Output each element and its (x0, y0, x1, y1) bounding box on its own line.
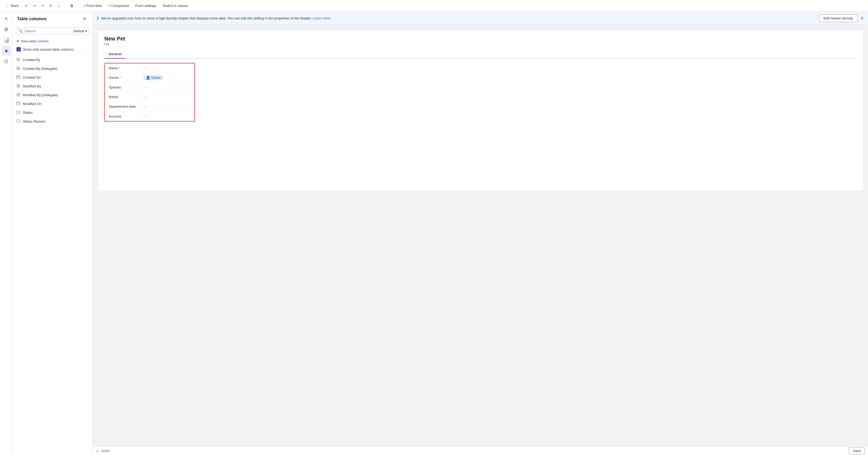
field-row-owner: Owner * 👤 Owner (105, 73, 194, 83)
info-text: We've upgraded your form to show a high … (101, 16, 816, 20)
undo-button[interactable]: ↩ (22, 2, 31, 10)
form-field-button[interactable]: + Form field (81, 2, 104, 10)
column-item-1[interactable]: Created By (Delegate) (13, 64, 92, 73)
form-settings-button[interactable]: Form settings (133, 2, 159, 10)
column-item-label-2: Created On (23, 76, 41, 80)
field-row-breed: Breed --- (105, 92, 194, 102)
default-dropdown[interactable]: Default ▾ (71, 29, 87, 33)
content-area: ℹ We've upgraded your form to show a hig… (93, 12, 868, 455)
field-row-species: Species --- (105, 83, 194, 92)
required-star-name: * (119, 66, 120, 70)
columns-list: Created ByCreated By (Delegate)Created O… (13, 54, 92, 455)
form-section-box: Name * --- Owner * (104, 63, 195, 121)
delete-icon: 🗑 (70, 4, 73, 8)
back-label: Back (11, 4, 19, 8)
owner-name: Owner (151, 76, 160, 80)
svg-rect-17 (17, 120, 20, 122)
sidebar-charts-btn[interactable]: 📊 (2, 35, 11, 45)
info-bar-close-button[interactable]: ✕ (860, 16, 864, 21)
svg-point-3 (18, 68, 19, 69)
search-container: 🔍 Default ▾ (16, 27, 89, 34)
column-item-2[interactable]: Created On (13, 73, 92, 82)
field-row-name: Name * --- (105, 63, 194, 73)
icon-sidebar: ≡ ⊞ 📊 ◈ ⊡ (0, 12, 13, 455)
status-label: Active (101, 449, 110, 453)
form-subtitle: Pet (104, 42, 856, 46)
close-icon: ✕ (83, 16, 87, 22)
column-item-icon-1 (17, 66, 20, 71)
required-star-owner: * (120, 76, 121, 80)
column-item-icon-4 (17, 93, 20, 97)
check-icon: ✓ (18, 48, 20, 51)
field-value-breed: --- (143, 95, 149, 99)
field-row-account: Account --- (105, 111, 194, 121)
redo-icon: ↪ (33, 4, 36, 8)
edit-density-button[interactable]: Edit header density (819, 15, 858, 22)
tab-general[interactable]: General (104, 50, 126, 59)
status-bar: ⤢ Active Save (93, 447, 868, 455)
field-row-appointment: Appointment date --- (105, 102, 194, 111)
redo-button[interactable]: ↪ (31, 2, 39, 10)
copy-icon: ⎘ (50, 4, 52, 8)
expand-button[interactable]: ⤢ (96, 449, 99, 453)
layers-icon: ◈ (4, 48, 8, 54)
save-label: Save (853, 449, 861, 453)
undo-icon: ↩ (25, 4, 28, 8)
more-icon: ⌄ (57, 4, 60, 8)
column-item-icon-7 (17, 119, 20, 124)
chevron-down-icon: ▾ (85, 29, 87, 33)
sidebar-hamburger-btn[interactable]: ≡ (2, 14, 11, 24)
field-value-owner: 👤 Owner (143, 75, 163, 80)
sidebar-relations-btn[interactable]: ⊡ (2, 57, 11, 66)
form-card: New Pet Pet General Name * --- (98, 30, 863, 190)
unused-checkbox[interactable]: ✓ (17, 47, 21, 52)
cut-icon: ✂ (41, 4, 44, 8)
column-item-label-4: Modified By (Delegate) (23, 93, 58, 97)
status-right: Save (849, 448, 865, 454)
switch-classic-button[interactable]: Switch to classic (160, 2, 191, 10)
svg-point-11 (18, 94, 19, 95)
save-button[interactable]: Save (849, 448, 865, 454)
field-label-name: Name * (108, 66, 143, 70)
column-item-5[interactable]: Modified On (13, 99, 92, 108)
columns-panel-close-button[interactable]: ✕ (81, 16, 88, 22)
status-left: ⤢ Active (96, 449, 110, 453)
column-item-3[interactable]: Modified By (13, 82, 92, 91)
more-button[interactable]: ⌄ (55, 2, 63, 10)
form-tab-bar: General (104, 50, 856, 59)
column-item-7[interactable]: Status Reason (13, 117, 92, 126)
new-table-column-button[interactable]: + New table column (13, 36, 92, 46)
form-canvas: New Pet Pet General Name * --- (93, 25, 868, 447)
relations-icon: ⊡ (4, 58, 8, 64)
field-label-account: Account (108, 114, 143, 118)
column-item-6[interactable]: Status (13, 108, 92, 117)
form-field-label: + Form field (83, 4, 102, 8)
cut-button[interactable]: ✂ (39, 2, 47, 10)
field-label-appointment: Appointment date (108, 105, 143, 109)
component-button[interactable]: + Component (105, 2, 131, 10)
sidebar-layers-btn[interactable]: ◈ (2, 46, 11, 55)
search-row: 🔍 Default ▾ (13, 25, 92, 36)
svg-point-9 (18, 85, 19, 86)
new-table-column-label: New table column (21, 39, 49, 43)
sidebar-views-btn[interactable]: ⊞ (2, 25, 11, 34)
unused-checkbox-row[interactable]: ✓ Show only unused table columns (13, 46, 92, 54)
column-item-icon-0 (17, 58, 20, 62)
info-close-icon: ✕ (860, 16, 864, 21)
info-icon: ℹ (97, 16, 98, 21)
back-button[interactable]: ← Back (3, 2, 21, 10)
search-icon: 🔍 (19, 29, 23, 33)
columns-panel-header: Table columns ✕ (13, 12, 92, 25)
column-item-4[interactable]: Modified By (Delegate) (13, 91, 92, 99)
column-item-icon-5 (17, 102, 20, 106)
delete-button[interactable]: 🗑 (67, 2, 76, 10)
column-item-0[interactable]: Created By (13, 55, 92, 64)
search-input[interactable] (25, 29, 69, 33)
svg-rect-16 (17, 111, 20, 114)
learn-more-link[interactable]: Learn more (313, 16, 330, 20)
field-value-account: --- (143, 114, 149, 118)
hamburger-icon: ≡ (5, 16, 8, 22)
copy-button[interactable]: ⎘ (47, 2, 55, 10)
column-item-label-1: Created By (Delegate) (23, 67, 57, 70)
column-item-icon-3 (17, 84, 20, 88)
